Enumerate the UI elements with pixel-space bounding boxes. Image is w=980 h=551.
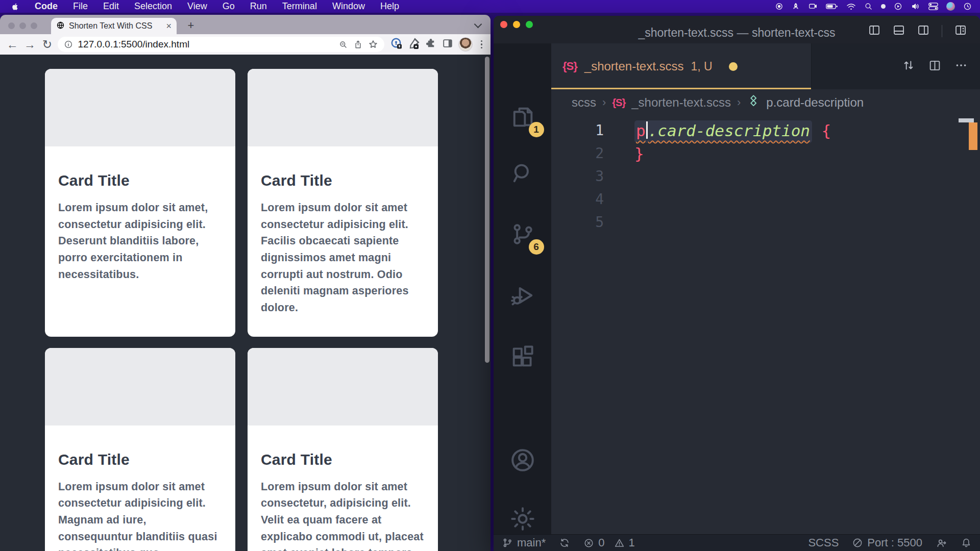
page-viewport: Card Title Lorem ipsum dolor sit amet, c…	[0, 55, 491, 551]
card-description: Lorem ipsum dolor sit amet consectetur a…	[261, 199, 425, 316]
divider	[942, 25, 942, 37]
git-branch-status[interactable]: main*	[502, 536, 546, 549]
control-center-icon[interactable]	[928, 2, 938, 11]
editor-tab[interactable]: {S} _shorten-text.scss 1, U	[551, 43, 812, 89]
desktop: Code File Edit Selection View Go Run Ter…	[0, 0, 980, 551]
browser-tab[interactable]: Shorten Text With CSS ×	[51, 18, 177, 34]
menu-item-window[interactable]: Window	[332, 1, 365, 12]
menu-app-name[interactable]: Code	[35, 1, 58, 12]
address-bar[interactable]: 127.0.0.1:5500/index.html	[58, 37, 384, 52]
breadcrumb: scss › {S} _shorten-text.scss › p.card-d…	[551, 89, 980, 116]
new-tab-button[interactable]: +	[184, 18, 198, 33]
reload-button[interactable]: ↻	[40, 36, 54, 53]
open-changes-icon[interactable]	[902, 59, 915, 74]
browser-window: Shorten Text With CSS × + ← → ↻ 127.0.0.…	[0, 15, 491, 551]
card-image-placeholder	[45, 348, 235, 425]
card-image-placeholder	[45, 69, 235, 146]
bookmark-star-icon[interactable]	[368, 39, 378, 49]
play-circle-icon[interactable]	[894, 2, 902, 11]
color-picker-extension-icon[interactable]	[408, 37, 420, 52]
side-panel-icon[interactable]	[442, 38, 453, 51]
editor-tab-bar: {S} _shorten-text.scss 1, U	[551, 43, 980, 89]
menu-item-terminal[interactable]: Terminal	[282, 1, 317, 12]
battery-icon[interactable]	[826, 3, 838, 10]
toggle-panel-icon[interactable]	[893, 24, 905, 38]
clock-icon[interactable]	[963, 2, 972, 11]
password-manager-extension-icon[interactable]	[390, 37, 403, 52]
search-view-button[interactable]	[494, 160, 551, 186]
code-editor[interactable]: 1 p.card-description { 2 } 3 4 5	[551, 116, 980, 535]
extensions-view-button[interactable]	[494, 343, 551, 370]
url-text[interactable]: 127.0.0.1:5500/index.html	[78, 39, 333, 50]
screen-mirroring-icon[interactable]	[808, 2, 818, 11]
menu-item-view[interactable]: View	[187, 1, 207, 12]
notifications-bell-icon[interactable]	[961, 537, 972, 548]
browser-menu-kebab-icon[interactable]	[478, 40, 486, 49]
language-mode[interactable]: SCSS	[808, 536, 839, 549]
back-button[interactable]: ←	[5, 36, 19, 53]
menu-item-help[interactable]: Help	[380, 1, 399, 12]
card-title: Card Title	[58, 172, 222, 189]
unsaved-changes-dot[interactable]	[729, 62, 738, 71]
close-window-button[interactable]	[8, 22, 15, 29]
warning-count: 1	[629, 536, 635, 549]
spotlight-search-icon[interactable]	[864, 2, 873, 11]
scrollbar-thumb[interactable]	[485, 57, 489, 363]
tab-problems-decoration: 1, U	[691, 60, 713, 73]
live-server-port[interactable]: Port : 5500	[852, 536, 922, 549]
source-control-view-button[interactable]: 6	[494, 221, 551, 249]
card: Card Title Lorem ipsum dolor sit amet co…	[45, 348, 235, 551]
split-editor-icon[interactable]	[928, 59, 941, 74]
menu-item-selection[interactable]: Selection	[134, 1, 172, 12]
breadcrumb-folder[interactable]: scss	[572, 95, 596, 110]
site-info-icon[interactable]	[64, 40, 73, 49]
explorer-badge: 1	[529, 122, 544, 137]
scss-file-icon: {S}	[562, 60, 577, 73]
explorer-view-button[interactable]: 1	[494, 104, 551, 132]
vscode-title-bar[interactable]: _shorten-text.scss — shorten-text-css	[494, 16, 980, 43]
breadcrumb-file[interactable]: _shorten-text.scss	[631, 95, 731, 110]
breadcrumb-symbol[interactable]: p.card-description	[766, 95, 864, 110]
sync-changes-button[interactable]	[559, 537, 570, 548]
customize-layout-icon[interactable]	[954, 24, 967, 38]
editor-more-actions-icon[interactable]	[954, 59, 968, 74]
branch-name: main*	[517, 536, 546, 549]
card-description: Lorem ipsum dolor sit amet consectetur a…	[58, 479, 222, 551]
toggle-primary-sidebar-icon[interactable]	[868, 24, 880, 38]
tab-search-chevron-icon[interactable]	[475, 21, 481, 28]
profile-avatar[interactable]	[458, 37, 473, 52]
error-count: 0	[598, 536, 604, 549]
menu-item-file[interactable]: File	[73, 1, 88, 12]
accounts-button[interactable]	[494, 446, 551, 474]
apple-menu-icon[interactable]	[11, 2, 19, 11]
problems-status[interactable]: 0 1	[583, 536, 635, 549]
toggle-secondary-sidebar-icon[interactable]	[917, 24, 929, 38]
feedback-icon[interactable]	[936, 537, 947, 549]
share-icon[interactable]	[353, 40, 363, 49]
zoom-page-icon[interactable]	[338, 40, 348, 49]
zoom-window-button[interactable]	[31, 22, 37, 29]
card-image-placeholder	[248, 348, 438, 425]
extensions-puzzle-icon[interactable]	[425, 38, 437, 52]
browser-traffic-lights[interactable]	[8, 22, 37, 29]
minimize-window-button[interactable]	[19, 22, 26, 29]
page-scrollbar[interactable]	[485, 57, 489, 546]
tab-close-icon[interactable]: ×	[166, 21, 172, 31]
siri-icon[interactable]	[946, 2, 955, 11]
volume-icon[interactable]	[911, 2, 920, 11]
forward-button[interactable]: →	[22, 36, 37, 53]
wifi-icon[interactable]	[846, 3, 856, 11]
record-icon[interactable]	[775, 2, 783, 11]
rocket-icon[interactable]	[792, 2, 800, 11]
run-debug-view-button[interactable]	[494, 282, 551, 309]
card-title: Card Title	[261, 172, 425, 189]
chevron-right-icon: ›	[737, 96, 741, 109]
settings-gear-button[interactable]	[494, 505, 551, 533]
cards-grid: Card Title Lorem ipsum dolor sit amet, c…	[45, 69, 438, 551]
menu-item-run[interactable]: Run	[250, 1, 267, 12]
status-dot-icon[interactable]	[881, 4, 886, 9]
tab-filename: _shorten-text.scss	[584, 59, 684, 73]
globe-favicon	[56, 21, 65, 32]
menu-item-go[interactable]: Go	[223, 1, 235, 12]
menu-item-edit[interactable]: Edit	[103, 1, 119, 12]
